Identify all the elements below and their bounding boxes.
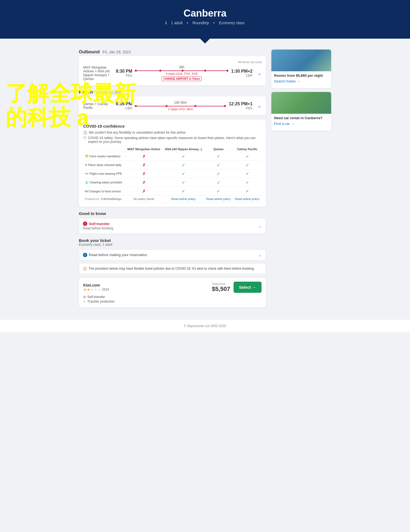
self-transfer-tag-icon: ⊘ bbox=[83, 295, 86, 299]
airport-change-badge: CHANGE AIRPORT in Tokyo bbox=[161, 76, 202, 81]
ana-cleaned: ✓ bbox=[163, 161, 204, 170]
find-car-link[interactable]: Find a car → bbox=[274, 122, 328, 126]
star-3: ★ bbox=[90, 287, 94, 292]
return-flight-row: Qantas + Cathay Pacific 6:35 PM CBR 19h … bbox=[83, 101, 262, 111]
hotel-title: Rooms from $5,660 per night bbox=[274, 73, 328, 78]
price-select: Total price $5,507 Select → bbox=[212, 282, 262, 293]
miat-masks: ✗ bbox=[125, 152, 163, 161]
ana-ppe: ✓ bbox=[163, 170, 204, 178]
return-path-line: › bbox=[135, 105, 226, 107]
star-1: ★ bbox=[83, 287, 87, 292]
flexible-box: 📋 The providers below may have flexible … bbox=[79, 263, 266, 274]
main-layout: Outbound Fri, Jan 29, 2021 All times are… bbox=[74, 39, 336, 317]
tag-self-transfer: ⊘ Self-transfer bbox=[83, 295, 262, 299]
outbound-date: Fri, Jan 29, 2021 bbox=[102, 50, 131, 54]
book-sub: Economy class, 1 adult bbox=[79, 243, 266, 247]
info-icon: i bbox=[83, 253, 87, 257]
outbound-airline: MIAT Mongolian Airlines + ANA (All Nippo… bbox=[83, 66, 113, 81]
return-arrive-time: 12:25 PM+1 bbox=[229, 102, 253, 106]
return-label: Return Fri, Jul 30, 2021 bbox=[79, 90, 123, 94]
return-flight-line: › bbox=[137, 106, 224, 106]
table-row: 😷 Face masks mandatory ✗ ✓ ✓ ✓ bbox=[83, 152, 262, 161]
hotel-card: Rooms from $5,660 per night Search hotel… bbox=[271, 50, 331, 88]
stop-dot-1 bbox=[159, 70, 161, 72]
return-arrow-icon: › bbox=[225, 104, 226, 108]
ana-policy-link[interactable]: Read airline policy bbox=[171, 197, 195, 201]
miat-policy: No policy found bbox=[125, 196, 163, 202]
return-path: 19h 50m › 2 stops SYD, HKG bbox=[135, 101, 226, 111]
depart-code: PEK bbox=[116, 74, 132, 78]
good-to-know-title: Good to know bbox=[79, 211, 266, 216]
policy-row: Powered by ✈ AirlineRatings No policy fo… bbox=[83, 196, 262, 202]
ana-wipes: ✓ bbox=[163, 178, 204, 187]
right-column: Rooms from $5,660 per night Search hotel… bbox=[271, 50, 331, 312]
hotel-image bbox=[271, 50, 331, 71]
col-header-miat: MIAT Mongolian Airline bbox=[125, 146, 163, 152]
powered-by-cell: Powered by ✈ AirlineRatings bbox=[83, 196, 125, 202]
path-line: › bbox=[135, 70, 228, 72]
hotel-body: Rooms from $5,660 per night Search hotel… bbox=[271, 71, 331, 85]
provider-tags: ⊘ Self-transfer ✓ Transfer protection bbox=[83, 295, 262, 303]
search-hotels-link[interactable]: Search hotels → bbox=[274, 79, 328, 83]
return-section-label: Return Fri, Jul 30, 2021 bbox=[79, 90, 266, 95]
star-4: ★ bbox=[94, 287, 97, 292]
qantas-ppe: ✓ bbox=[204, 170, 233, 178]
col-header-ana: ANA (All Nippon Airway...) bbox=[163, 146, 204, 152]
star-5: ★ bbox=[97, 287, 101, 292]
cathay-masks: ✓ bbox=[233, 152, 262, 161]
return-expand-button[interactable]: ⌄ bbox=[257, 103, 262, 109]
table-row: ✈ Plane deep cleaned daily ✗ ✓ ✓ ✓ bbox=[83, 161, 262, 170]
read-before-box[interactable]: i Read before making your reservation ⌄ bbox=[79, 249, 266, 260]
ana-food: ✓ bbox=[163, 187, 204, 196]
car-card: Need car rental in Canberra? Find a car … bbox=[271, 92, 331, 131]
outbound-expand-button[interactable]: ⌄ bbox=[257, 70, 262, 76]
stop-dot-3 bbox=[204, 70, 206, 72]
return-arrive-suffix: +1 bbox=[248, 102, 253, 106]
covid-no-policy-note: 📋 We couldn't find any flexibility or ca… bbox=[83, 131, 262, 134]
read-before-text: i Read before making your reservation bbox=[83, 253, 147, 257]
cathay-policy: Read airline policy bbox=[233, 196, 262, 202]
return-depart-code: CBR bbox=[116, 106, 132, 110]
feature-wipes: 🧴 Cleaning wipes provided bbox=[83, 178, 125, 187]
depart-dot bbox=[135, 70, 137, 72]
select-button[interactable]: Select → bbox=[234, 282, 262, 293]
total-price-label: Total price bbox=[212, 282, 230, 285]
cathay-policy-link[interactable]: Read airline policy bbox=[235, 197, 259, 201]
col-header-qantas: Qantas bbox=[204, 146, 233, 152]
outbound-flight-card: All times are local MIAT Mongolian Airli… bbox=[79, 56, 266, 85]
arrow-icon: › bbox=[227, 69, 228, 73]
return-duration: 19h 50m bbox=[174, 101, 187, 104]
outbound-flight-row: MIAT Mongolian Airlines + ANA (All Nippo… bbox=[83, 65, 262, 81]
outbound-depart: 8:30 PM PEK bbox=[116, 69, 132, 78]
provider-left: Kiwi.com ★ ★ ★ ★ ★ 2524 bbox=[83, 283, 109, 292]
col-header-cathay: Cathay Pacific bbox=[233, 146, 262, 152]
book-section: Book your ticket Economy class, 1 adult … bbox=[79, 238, 266, 307]
cathay-cleaned: ✓ bbox=[233, 161, 262, 170]
depart-time: 8:30 PM bbox=[116, 69, 132, 74]
review-count: 2524 bbox=[102, 288, 109, 291]
outbound-section-label: Outbound Fri, Jan 29, 2021 bbox=[79, 50, 266, 54]
transfer-protection-icon: ✓ bbox=[83, 300, 86, 303]
car-title: Need car rental in Canberra? bbox=[274, 116, 328, 120]
qantas-cleaned: ✓ bbox=[204, 161, 233, 170]
covid-section: COVID-19 confidence 📋 We couldn't find a… bbox=[79, 119, 266, 207]
shield-icon: 🛡 bbox=[83, 136, 86, 140]
covid-note-icon: 📋 bbox=[83, 131, 87, 134]
arrive-code: CBR bbox=[231, 74, 253, 78]
flexible-text: 📋 The providers below may have flexible … bbox=[83, 267, 262, 270]
self-transfer-sub: Read before booking bbox=[83, 226, 113, 230]
class-label: Economy class bbox=[219, 21, 244, 25]
qantas-policy-link[interactable]: Read airline policy bbox=[206, 197, 231, 201]
outbound-path: 38h › 3 stops ULN, TYO, SYD CHANGE AIRPO… bbox=[135, 65, 228, 81]
tag-transfer-protection: ✓ Transfer protection bbox=[83, 300, 262, 303]
book-title: Book your ticket bbox=[79, 238, 266, 243]
self-transfer-box[interactable]: ! Self-transfer Read before booking ⌄ bbox=[79, 218, 266, 234]
return-depart: 6:35 PM CBR bbox=[116, 102, 132, 110]
trip-type-label: Roundtrip bbox=[192, 21, 209, 25]
return-depart-time: 6:35 PM bbox=[116, 102, 132, 106]
feature-ppe: 👓 Flight crew wearing PPE bbox=[83, 170, 125, 178]
price-block: Total price $5,507 bbox=[212, 282, 230, 293]
qantas-policy: Read airline policy bbox=[204, 196, 233, 202]
left-column: Outbound Fri, Jan 29, 2021 All times are… bbox=[79, 50, 266, 312]
good-to-know-section: Good to know ! Self-transfer Read before… bbox=[79, 211, 266, 234]
